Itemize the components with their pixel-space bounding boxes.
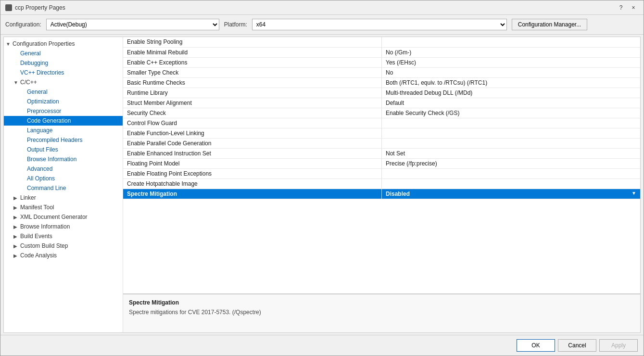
prop-name-minimal-rebuild: Enable Minimal Rebuild [123, 47, 382, 57]
table-row[interactable]: Basic Runtime Checks Both (/RTC1, equiv.… [123, 77, 640, 88]
tree-item-row-all-options[interactable]: All Options [4, 174, 123, 183]
table-row[interactable]: Enable Enhanced Instruction Set Not Set [123, 148, 640, 158]
table-row[interactable]: Enable Minimal Rebuild No (/Gm-) [123, 47, 640, 57]
table-row[interactable]: Enable Floating Point Exceptions [123, 168, 640, 178]
tree-item-row-xml-doc-gen[interactable]: ▶ XML Document Generator [4, 212, 123, 222]
prop-name-security-check: Security Check [123, 108, 382, 118]
tree-item-row-cpp[interactable]: ▼ C/C++ [4, 77, 123, 87]
title-bar-left: ccp Property Pages [5, 4, 65, 11]
properties-panel: Enable String Pooling Enable Minimal Reb… [123, 37, 640, 332]
table-row[interactable]: Runtime Library Multi-threaded Debug DLL… [123, 88, 640, 98]
prop-name-struct-alignment: Struct Member Alignment [123, 98, 382, 108]
prop-value-spectre: Disabled ▼ [382, 189, 641, 199]
prop-name-floating-point: Floating Point Model [123, 158, 382, 168]
window-title: ccp Property Pages [15, 4, 65, 11]
tree-item-label-code-analysis: Code Analysis [20, 252, 57, 259]
title-bar: ccp Property Pages ? × [0, 0, 644, 15]
prop-name-runtime-library: Runtime Library [123, 88, 382, 98]
configuration-select[interactable]: Active(Debug) [46, 19, 219, 30]
tree-item-row-optimization[interactable]: Optimization [4, 97, 123, 106]
tree-item-row-code-analysis[interactable]: ▶ Code Analysis [4, 251, 123, 260]
tree-item-label-language: Language [27, 127, 52, 134]
ok-button[interactable]: OK [517, 339, 555, 352]
prop-value-string-pooling [382, 37, 641, 47]
tree-item-label-precompiled-headers: Precompiled Headers [27, 137, 82, 143]
tree-item-row-preprocessor[interactable]: Preprocessor [4, 106, 123, 116]
description-panel: Spectre Mitigation Spectre mitigations f… [123, 294, 640, 332]
tree-item-row-browse-info-cpp[interactable]: Browse Information [4, 154, 123, 164]
tree-item-label-root: Configuration Properties [13, 40, 75, 47]
tree-item-row-build-events[interactable]: ▶ Build Events [4, 231, 123, 241]
tree-item-row-vc-directories[interactable]: VC++ Directories [4, 68, 123, 77]
tree-item-row-cpp-general[interactable]: General [4, 87, 123, 97]
sidebar: ▼ Configuration Properties General [4, 37, 123, 332]
tree-item-row-config-properties[interactable]: ▼ Configuration Properties [4, 39, 123, 49]
property-table: Enable String Pooling Enable Minimal Reb… [123, 37, 640, 199]
prop-name-parallel-codegen: Enable Parallel Code Generation [123, 138, 382, 148]
tree-item-label-linker: Linker [20, 194, 36, 201]
help-button[interactable]: ? [616, 3, 626, 13]
table-row[interactable]: Enable Parallel Code Generation [123, 138, 640, 148]
prop-value-runtime-library: Multi-threaded Debug DLL (/MDd) [382, 88, 641, 98]
tree-item-row-command-line[interactable]: Command Line [4, 183, 123, 193]
platform-select[interactable]: x64 [252, 19, 507, 30]
table-row[interactable]: Enable C++ Exceptions Yes (/EHsc) [123, 57, 640, 67]
prop-name-fp-exceptions: Enable Floating Point Exceptions [123, 168, 382, 178]
tree-item-row-precompiled-headers[interactable]: Precompiled Headers [4, 135, 123, 145]
expand-icon-browse-info: ▶ [13, 224, 20, 229]
tree-item-row-output-files[interactable]: Output Files [4, 145, 123, 154]
table-row-spectre[interactable]: Spectre Mitigation Disabled ▼ [123, 189, 640, 199]
prop-value-floating-point: Precise (/fp:precise) [382, 158, 641, 168]
table-row[interactable]: Smaller Type Check No [123, 67, 640, 77]
tree-item-row-debugging[interactable]: Debugging [4, 58, 123, 68]
tree-item-root: ▼ Configuration Properties General [4, 39, 123, 260]
tree-item-row-custom-build-step[interactable]: ▶ Custom Build Step [4, 241, 123, 251]
expand-icon-xml-doc: ▶ [13, 215, 20, 220]
table-row[interactable]: Floating Point Model Precise (/fp:precis… [123, 158, 640, 168]
tree-item-label-advanced-cpp: Advanced [27, 165, 52, 172]
table-row[interactable]: Enable Function-Level Linking [123, 128, 640, 138]
tree-item-label-browse-info: Browse Information [20, 223, 70, 230]
tree-item-label-preprocessor: Preprocessor [27, 108, 61, 114]
table-row[interactable]: Enable String Pooling [123, 37, 640, 47]
tree-item-row-advanced-cpp[interactable]: Advanced [4, 164, 123, 174]
properties-table: Enable String Pooling Enable Minimal Reb… [123, 37, 640, 294]
cancel-button[interactable]: Cancel [558, 339, 596, 352]
table-row[interactable]: Security Check Enable Security Check (/G… [123, 108, 640, 118]
tree-item-label-manifest-tool: Manifest Tool [20, 204, 54, 211]
prop-name-enhanced-instr: Enable Enhanced Instruction Set [123, 148, 382, 158]
title-bar-controls: ? × [616, 3, 639, 13]
close-button[interactable]: × [628, 3, 639, 13]
description-title: Spectre Mitigation [129, 299, 634, 306]
tree-item-label-browse-info-cpp: Browse Information [27, 156, 76, 163]
tree-item-row-manifest-tool[interactable]: ▶ Manifest Tool [4, 203, 123, 212]
prop-value-struct-alignment: Default [382, 98, 641, 108]
description-text: Spectre mitigations for CVE 2017-5753. (… [129, 309, 634, 316]
tree-item-label-output-files: Output Files [27, 146, 58, 153]
table-row[interactable]: Control Flow Guard [123, 118, 640, 128]
dropdown-arrow-spectre[interactable]: ▼ [631, 191, 636, 196]
prop-value-enhanced-instr: Not Set [382, 148, 641, 158]
prop-value-cpp-exceptions: Yes (/EHsc) [382, 57, 641, 67]
tree-item-row-linker[interactable]: ▶ Linker [4, 193, 123, 203]
tree-item-label-vc-directories: VC++ Directories [20, 69, 64, 76]
tree-item-row-code-generation[interactable]: Code Generation [4, 116, 123, 126]
tree-item-label-build-events: Build Events [20, 233, 52, 240]
expand-icon-custom-build: ▶ [13, 243, 20, 249]
table-row[interactable]: Struct Member Alignment Default [123, 98, 640, 108]
config-manager-button[interactable]: Configuration Manager... [512, 19, 587, 30]
tree-item-row-language[interactable]: Language [4, 126, 123, 135]
tree-item-label-general: General [20, 50, 41, 57]
expand-icon-code-analysis: ▶ [13, 253, 20, 258]
tree-item-label-xml-doc-gen: XML Document Generator [20, 214, 88, 220]
tree-item-row-general[interactable]: General [4, 49, 123, 58]
tree-item-label-optimization: Optimization [27, 98, 59, 105]
table-row[interactable]: Create Hotpatchable Image [123, 178, 640, 189]
prop-value-function-level [382, 128, 641, 138]
expand-icon-linker: ▶ [13, 195, 20, 201]
apply-button[interactable]: Apply [599, 339, 638, 352]
expand-icon-manifest: ▶ [13, 205, 20, 210]
tree-item-row-browse-info[interactable]: ▶ Browse Information [4, 222, 123, 231]
expand-icon-cpp: ▼ [13, 80, 20, 85]
expand-icon-root: ▼ [6, 41, 13, 47]
